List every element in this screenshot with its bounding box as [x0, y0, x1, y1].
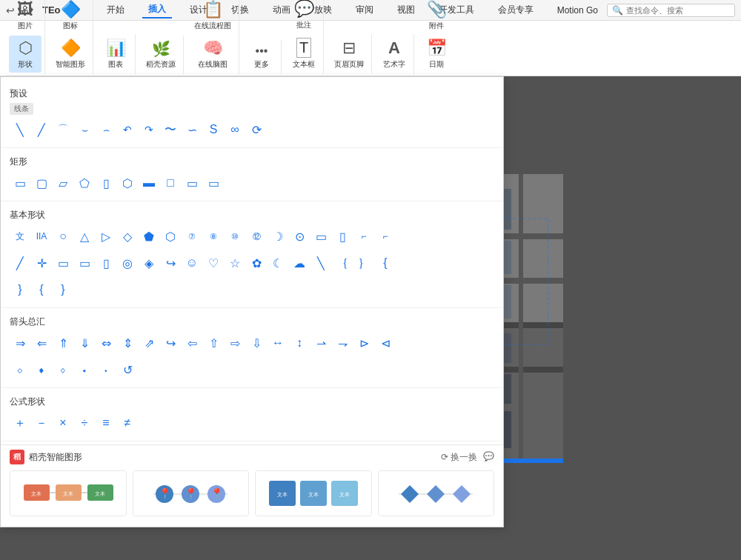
textbox-button[interactable]: T 文本框 — [288, 35, 320, 73]
shape-basic-23[interactable]: ▯ — [96, 253, 116, 273]
smartshape-button[interactable]: 🔶 智能图形 — [51, 36, 90, 73]
shape-basic-17[interactable]: ⌐ — [353, 226, 374, 247]
arrow-5[interactable]: ⇔ — [96, 333, 116, 353]
shape-basic-33[interactable]: ╲ — [310, 253, 331, 273]
arrow-2[interactable]: ⇐ — [31, 333, 52, 353]
attachment-button[interactable]: 📎 附件 — [420, 0, 453, 34]
shape-line-8[interactable]: 〜 — [160, 119, 181, 140]
arrow-23[interactable]: ⬪ — [96, 359, 116, 380]
arrow-9[interactable]: ⇦ — [182, 333, 202, 353]
template-card-2[interactable]: 📍 📍 📍 — [133, 470, 250, 516]
icon-button[interactable]: 🔷 图标 — [54, 0, 87, 34]
comment-button[interactable]: 💬 批注 — [288, 0, 320, 33]
formula-plus[interactable]: ＋ — [10, 413, 30, 433]
template-card-3[interactable]: 文本 文本 文本 — [255, 470, 372, 516]
shape-basic-9[interactable]: ⑦ — [182, 226, 202, 247]
formula-minus[interactable]: － — [31, 413, 52, 433]
formula-notequal[interactable]: ≠ — [117, 413, 138, 433]
arrow-11[interactable]: ⇨ — [225, 333, 245, 353]
headerfooter-button[interactable]: ⊟ 页眉页脚 — [330, 36, 368, 73]
shape-rect-8[interactable]: □ — [160, 173, 181, 193]
template-card-1[interactable]: 文本 文本 文本 — [10, 470, 127, 516]
tab-review[interactable]: 审阅 — [350, 2, 379, 18]
arrow-8[interactable]: ↪ — [160, 333, 181, 353]
picture-button[interactable]: 🖼 图片 — [9, 0, 41, 34]
shape-basic-4[interactable]: △ — [74, 226, 95, 247]
search-input[interactable] — [626, 6, 730, 15]
shape-line-3[interactable]: ⌒ — [53, 119, 73, 140]
shape-line-10[interactable]: S — [203, 119, 224, 140]
shape-basic-30[interactable]: ✿ — [246, 253, 267, 273]
shape-basic-22[interactable]: ▭ — [74, 253, 95, 273]
shape-basic-31[interactable]: ☾ — [268, 253, 288, 273]
shape-basic-36[interactable]: { — [375, 253, 396, 273]
shape-line-1[interactable]: ╲ — [10, 119, 30, 140]
arrow-15[interactable]: ⇀ — [310, 333, 331, 353]
shape-basic-37[interactable]: } — [10, 279, 30, 300]
formula-multiply[interactable]: × — [53, 413, 73, 433]
arrow-22[interactable]: ⬩ — [74, 359, 95, 380]
shape-basic-24[interactable]: ◎ — [117, 253, 138, 273]
tab-vip[interactable]: 会员专享 — [492, 2, 539, 18]
arrow-19[interactable]: ⬦ — [10, 359, 30, 380]
shape-rect-10[interactable]: ▭ — [203, 173, 224, 193]
shape-basic-16[interactable]: ▯ — [332, 226, 353, 247]
shape-rect-4[interactable]: ⬠ — [74, 173, 95, 193]
shape-basic-28[interactable]: ♡ — [203, 253, 224, 273]
arrow-16[interactable]: ⇁ — [332, 333, 353, 353]
search-box[interactable]: 🔍 — [607, 4, 735, 17]
shape-rect-5[interactable]: ▯ — [96, 173, 116, 193]
shape-rect-7[interactable]: ▬ — [139, 173, 159, 193]
shape-basic-11[interactable]: ⑩ — [225, 226, 245, 247]
shape-basic-35[interactable]: ｝ — [353, 253, 374, 273]
comment-button-smart[interactable]: 💬 — [483, 451, 494, 464]
shape-basic-12[interactable]: ⑫ — [246, 226, 267, 247]
shape-basic-19[interactable]: ╱ — [10, 253, 30, 273]
shape-basic-25[interactable]: ◈ — [139, 253, 159, 273]
shape-basic-39[interactable]: } — [53, 279, 73, 300]
daoke-button[interactable]: 🌿 稻壳资源 — [142, 37, 180, 73]
shape-line-11[interactable]: ∞ — [225, 119, 245, 140]
arrow-12[interactable]: ⇩ — [246, 333, 267, 353]
arrow-13[interactable]: ↔ — [268, 333, 288, 353]
arrow-21[interactable]: ⬨ — [53, 359, 73, 380]
shape-rect-6[interactable]: ⬡ — [117, 173, 138, 193]
tab-view[interactable]: 视图 — [391, 2, 421, 18]
tab-start[interactable]: 开始 — [101, 2, 130, 18]
flowchart-button[interactable]: 📋 在线流程图 — [190, 0, 236, 34]
shape-basic-27[interactable]: ☺ — [182, 253, 202, 273]
shape-basic-34[interactable]: ｛ — [332, 253, 353, 273]
shape-line-6[interactable]: ↶ — [117, 119, 138, 140]
shape-basic-20[interactable]: ✛ — [31, 253, 52, 273]
chart-button[interactable]: 📊 图表 — [99, 36, 132, 73]
shape-basic-14[interactable]: ⊙ — [289, 226, 310, 247]
shape-basic-6[interactable]: ◇ — [117, 226, 138, 247]
shape-basic-13[interactable]: ☽ — [268, 226, 288, 247]
shape-basic-7[interactable]: ⬟ — [139, 226, 159, 247]
shape-rect-9[interactable]: ▭ — [182, 173, 202, 193]
date-button[interactable]: 📅 日期 — [420, 36, 453, 73]
shape-rect-1[interactable]: ▭ — [10, 173, 30, 193]
arrow-14[interactable]: ↕ — [289, 333, 310, 353]
shape-rect-2[interactable]: ▢ — [31, 173, 52, 193]
shape-basic-3[interactable]: ○ — [53, 226, 73, 247]
shape-line-4[interactable]: ⌣ — [74, 119, 95, 140]
tab-insert[interactable]: 插入 — [142, 1, 172, 19]
shape-basic-2[interactable]: IIA — [31, 226, 52, 247]
shape-line-12[interactable]: ⟳ — [246, 119, 267, 140]
wordart-button[interactable]: A 艺术字 — [378, 36, 411, 73]
shape-basic-1[interactable]: 文 — [10, 226, 30, 247]
tab-motion-go[interactable]: Motion Go — [551, 4, 604, 17]
shape-line-7[interactable]: ↷ — [139, 119, 159, 140]
arrow-7[interactable]: ⇗ — [139, 333, 159, 353]
arrow-4[interactable]: ⇓ — [74, 333, 95, 353]
shape-basic-10[interactable]: ⑧ — [203, 226, 224, 247]
arrow-3[interactable]: ⇑ — [53, 333, 73, 353]
shape-basic-18[interactable]: ⌐ — [375, 226, 396, 247]
arrow-6[interactable]: ⇕ — [117, 333, 138, 353]
arrow-18[interactable]: ⊲ — [375, 333, 396, 353]
shape-basic-29[interactable]: ☆ — [225, 253, 245, 273]
template-card-4[interactable] — [378, 470, 495, 516]
arrow-10[interactable]: ⇧ — [203, 333, 224, 353]
shape-basic-5[interactable]: ▷ — [96, 226, 116, 247]
